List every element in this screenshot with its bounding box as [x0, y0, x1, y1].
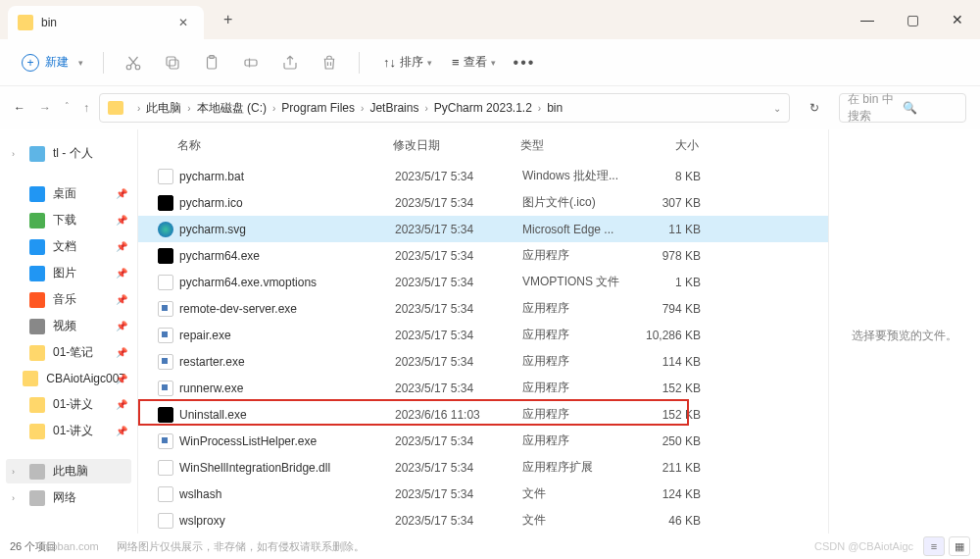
pin-icon: 📌 [116, 241, 127, 252]
file-row[interactable]: pycharm.svg 2023/5/17 5:34 Microsoft Edg… [138, 216, 828, 242]
history-button[interactable]: ↑ [83, 101, 89, 115]
svg-rect-2 [170, 60, 178, 69]
pc-icon [29, 464, 45, 480]
file-row[interactable]: WinProcessListHelper.exe 2023/5/17 5:34 … [138, 428, 828, 454]
file-size: 124 KB [630, 487, 701, 501]
sidebar-item[interactable]: 桌面📌 [6, 181, 131, 206]
file-date: 2023/6/16 11:03 [395, 408, 522, 422]
new-button[interactable]: + 新建 ▾ [14, 50, 91, 76]
paste-icon[interactable] [194, 45, 229, 80]
breadcrumb-segment[interactable]: Program Files [281, 101, 355, 115]
sidebar-item[interactable]: 视频📌 [6, 314, 131, 338]
file-name: repair.exe [179, 329, 395, 342]
file-size: 211 KB [630, 461, 701, 475]
chevron-down-icon[interactable]: ⌄ [773, 103, 781, 114]
copy-icon[interactable] [155, 45, 190, 80]
sidebar-item[interactable]: CBAiotAigc007📌 [6, 367, 131, 390]
close-window-button[interactable]: ✕ [935, 0, 980, 39]
sidebar-icon [29, 292, 45, 308]
breadcrumb-segment[interactable]: bin [547, 101, 563, 115]
sidebar-icon [29, 345, 45, 361]
details-view-icon[interactable]: ≡ [923, 536, 945, 556]
col-name[interactable]: 名称 [177, 137, 393, 154]
sidebar-item[interactable]: 01-笔记📌 [6, 340, 131, 365]
address-bar: ← → ˄ ↑ › 此电脑 › 本地磁盘 (C:) › Program File… [0, 86, 980, 129]
breadcrumb[interactable]: › 此电脑 › 本地磁盘 (C:) › Program Files › JetB… [99, 93, 790, 123]
sidebar-icon [29, 266, 45, 281]
sidebar-network[interactable]: › 网络 [6, 485, 131, 510]
up-button[interactable]: ˄ [65, 101, 70, 115]
sidebar-item[interactable]: 音乐📌 [6, 287, 131, 312]
sidebar-item[interactable]: 下载📌 [6, 208, 131, 232]
file-name: pycharm.ico [179, 196, 395, 210]
maximize-button[interactable]: ▢ [890, 0, 935, 39]
file-name: pycharm.svg [179, 223, 395, 236]
sidebar-item[interactable]: 01-讲义📌 [6, 419, 131, 443]
cut-icon[interactable] [116, 45, 151, 80]
sidebar-item[interactable]: 图片📌 [6, 261, 131, 285]
col-date[interactable]: 修改日期 [393, 137, 520, 154]
file-type: 应用程序 [522, 247, 630, 264]
forward-button[interactable]: → [39, 101, 51, 115]
file-date: 2023/5/17 5:34 [395, 329, 522, 342]
file-date: 2023/5/17 5:34 [395, 487, 522, 501]
file-icon [158, 433, 173, 449]
file-date: 2023/5/17 5:34 [395, 355, 522, 369]
breadcrumb-segment[interactable]: PyCharm 2023.1.2 [434, 101, 532, 115]
file-type: 应用程序 [522, 432, 630, 449]
file-row[interactable]: wslproxy 2023/5/17 5:34 文件 46 KB [138, 507, 828, 534]
file-row[interactable]: restarter.exe 2023/5/17 5:34 应用程序 114 KB [138, 348, 828, 375]
file-row[interactable]: remote-dev-server.exe 2023/5/17 5:34 应用程… [138, 295, 828, 322]
sidebar-item[interactable]: 文档📌 [6, 234, 131, 259]
pin-icon: 📌 [116, 399, 127, 410]
file-date: 2023/5/17 5:34 [395, 249, 522, 263]
file-type: 应用程序 [522, 353, 630, 370]
back-button[interactable]: ← [14, 101, 25, 115]
delete-icon[interactable] [312, 45, 347, 80]
file-type: 应用程序 [522, 406, 630, 423]
sidebar-icon [29, 424, 45, 439]
sort-button[interactable]: ↑↓ 排序 ▾ [375, 50, 440, 75]
view-button[interactable]: ≡ 查看 ▾ [444, 50, 504, 75]
sidebar-cloud[interactable]: › tl - 个人 [6, 141, 131, 166]
file-type: 文件 [522, 485, 630, 502]
breadcrumb-segment[interactable]: JetBrains [369, 101, 418, 115]
sidebar-this-pc[interactable]: › 此电脑 [6, 459, 131, 483]
network-icon [29, 490, 45, 506]
pin-icon: 📌 [116, 215, 127, 226]
sidebar: › tl - 个人 桌面📌下载📌文档📌图片📌音乐📌视频📌01-笔记📌CBAiot… [0, 129, 137, 541]
refresh-button[interactable]: ↻ [800, 93, 829, 123]
col-type[interactable]: 类型 [520, 137, 628, 154]
sidebar-icon [29, 397, 45, 413]
file-row[interactable]: WinShellIntegrationBridge.dll 2023/5/17 … [138, 454, 828, 481]
file-row[interactable]: repair.exe 2023/5/17 5:34 应用程序 10,286 KB [138, 322, 828, 348]
file-icon [158, 222, 173, 237]
file-row[interactable]: pycharm.ico 2023/5/17 5:34 图片文件(.ico) 30… [138, 189, 828, 216]
grid-view-icon[interactable]: ▦ [949, 536, 970, 556]
share-icon[interactable] [272, 45, 308, 80]
new-tab-button[interactable]: + [216, 7, 240, 32]
close-tab-icon[interactable]: ✕ [172, 14, 194, 31]
file-row[interactable]: pycharm64.exe.vmoptions 2023/5/17 5:34 V… [138, 269, 828, 295]
more-button[interactable]: ••• [514, 54, 536, 72]
file-icon [158, 301, 173, 317]
rename-icon[interactable] [233, 45, 269, 80]
file-type: 应用程序 [522, 300, 630, 317]
col-size[interactable]: 大小 [628, 137, 699, 154]
column-headers[interactable]: 名称 修改日期 类型 大小 [138, 129, 828, 163]
minimize-button[interactable]: — [845, 0, 890, 39]
search-input[interactable]: 在 bin 中搜索 🔍 [839, 93, 966, 123]
breadcrumb-segment[interactable]: 此电脑 [146, 100, 181, 117]
file-row[interactable]: wslhash 2023/5/17 5:34 文件 124 KB [138, 481, 828, 507]
file-row[interactable]: pycharm64.exe 2023/5/17 5:34 应用程序 978 KB [138, 242, 828, 269]
file-icon [158, 275, 173, 290]
file-date: 2023/5/17 5:34 [395, 381, 522, 395]
file-row[interactable]: runnerw.exe 2023/5/17 5:34 应用程序 152 KB [138, 375, 828, 401]
window-tab[interactable]: bin ✕ [8, 6, 204, 39]
file-icon [158, 460, 173, 476]
file-type: Microsoft Edge ... [522, 223, 630, 236]
file-row[interactable]: Uninstall.exe 2023/6/16 11:03 应用程序 152 K… [138, 401, 828, 428]
file-row[interactable]: pycharm.bat 2023/5/17 5:34 Windows 批处理..… [138, 163, 828, 189]
breadcrumb-segment[interactable]: 本地磁盘 (C:) [197, 100, 267, 117]
sidebar-item[interactable]: 01-讲义📌 [6, 392, 131, 417]
